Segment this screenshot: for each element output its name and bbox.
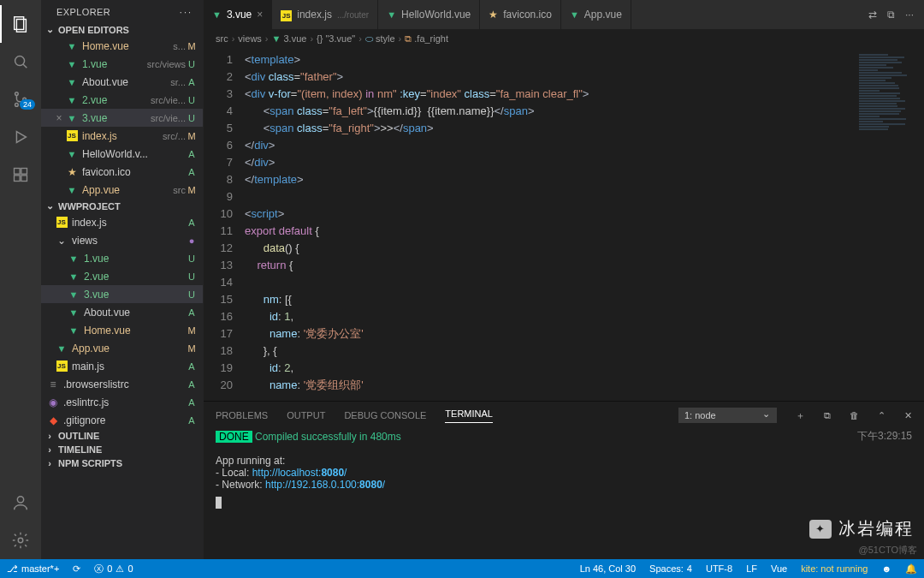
svg-point-2 [15,57,25,66]
editor-area: ▼3.vue×JSindex.js.../router▼HelloWorld.v… [204,0,924,559]
outline-section[interactable]: ›OUTLINE [41,429,203,443]
tree-item[interactable]: ▼App.vueM [41,339,203,357]
tree-item[interactable]: ◆.gitignoreA [41,411,203,429]
breadcrumb-item[interactable]: ⬭ style [365,33,395,45]
open-editor-item[interactable]: ▼App.vuesrcM [41,181,203,199]
open-editor-item[interactable]: ▼2.vuesrc/vie...U [41,91,203,109]
breadcrumb-item[interactable]: src [216,33,228,44]
tree-item[interactable]: ◉.eslintrc.jsA [41,393,203,411]
terminal-select[interactable]: 1: node [678,408,777,423]
tree-item[interactable]: ≡.browserslistrcA [41,375,203,393]
breadcrumb-item[interactable]: {} "3.vue" [317,33,355,44]
svg-rect-10 [15,176,21,182]
minimap[interactable] [854,48,924,401]
open-editor-item[interactable]: ▼Home.vues...M [41,37,203,55]
npm-section[interactable]: ›NPM SCRIPTS [41,456,203,470]
local-url[interactable]: http://localhost:8080/ [252,467,347,479]
extensions-icon[interactable] [0,156,41,194]
panel-tab-debug[interactable]: DEBUG CONSOLE [344,410,426,420]
tree-item[interactable]: ▼2.vueU [41,267,203,285]
search-icon[interactable] [0,43,41,80]
settings-icon[interactable] [0,521,41,559]
maximize-panel-icon[interactable]: ⌃ [878,410,886,421]
tab[interactable]: JSindex.js.../router [272,0,378,29]
tab[interactable]: ▼HelloWorld.vue [378,0,480,29]
js-icon: JS [55,360,68,373]
panel-tab-output[interactable]: OUTPUT [287,410,325,420]
open-editor-item[interactable]: ×▼3.vuesrc/vie...U [41,109,203,127]
open-editor-item[interactable]: JSindex.jssrc/...M [41,127,203,145]
panel: PROBLEMS OUTPUT DEBUG CONSOLE TERMINAL 1… [204,401,924,559]
debug-icon[interactable] [0,118,41,156]
tab[interactable]: ★favicon.ico [480,0,561,29]
status-bell-icon[interactable]: 🔔 [898,563,924,575]
close-icon[interactable]: × [257,9,263,21]
open-editor-item[interactable]: ▼About.vuesr...A [41,73,203,91]
breadcrumb[interactable]: src›views›▼ 3.vue›{} "3.vue"›⬭ style›⧉ .… [204,29,924,48]
terminal-cursor [216,497,222,509]
panel-tab-problems[interactable]: PROBLEMS [216,410,268,420]
status-spaces[interactable]: Spaces:4 [643,563,699,574]
vue-icon: ▼ [212,9,222,21]
status-bar: ⎇master*+ ⟳ ⓧ0⚠0 Ln 46, Col 30 Spaces:4 … [0,559,924,578]
star-icon: ★ [489,9,498,21]
terminal-output[interactable]: 下午3:29:15 DONE Compiled successfully in … [204,429,924,559]
open-editor-item[interactable]: ▼HelloWorld.v...A [41,145,203,163]
vue-icon: ▼ [65,183,79,197]
more-icon[interactable]: ··· [180,7,192,17]
code-editor[interactable]: 1234567891011121314151617181920 <templat… [204,48,924,401]
tree-item[interactable]: ▼3.vueU [41,285,203,303]
breadcrumb-item[interactable]: ▼ 3.vue [272,33,307,44]
tab[interactable]: ▼App.vue [561,0,631,29]
scm-badge: 24 [20,99,35,110]
js-icon: JS [281,9,292,21]
status-feedback-icon[interactable]: ☻ [874,563,898,574]
panel-tab-terminal[interactable]: TERMINAL [445,408,493,423]
panel-tabs: PROBLEMS OUTPUT DEBUG CONSOLE TERMINAL 1… [204,402,924,429]
open-editors-list: ▼Home.vues...M▼1.vuesrc/viewsU▼About.vue… [41,37,203,199]
tree-item[interactable]: ⌄views● [41,231,203,249]
status-sync[interactable]: ⟳ [66,563,87,575]
compare-icon[interactable]: ⇄ [868,9,877,21]
explorer-icon[interactable] [0,5,41,43]
new-terminal-icon[interactable]: ＋ [796,409,805,422]
status-language[interactable]: Vue [764,563,794,574]
svg-line-3 [23,64,27,68]
status-kite[interactable]: kite: not running [794,563,874,574]
svg-point-4 [15,92,19,96]
tab[interactable]: ▼3.vue× [204,0,272,29]
svg-point-12 [17,497,23,503]
js-icon: JS [55,216,68,229]
breadcrumb-item[interactable]: views [238,33,262,44]
timeline-section[interactable]: ›TIMELINE [41,443,203,456]
open-editor-item[interactable]: ★favicon.icoA [41,163,203,181]
open-editor-item[interactable]: ▼1.vuesrc/viewsU [41,55,203,73]
network-url[interactable]: http://192.168.0.100:8080/ [265,479,385,491]
status-problems[interactable]: ⓧ0⚠0 [87,563,139,575]
status-encoding[interactable]: UTF-8 [699,563,739,574]
split-editor-icon[interactable]: ⧉ [887,9,895,21]
tree-item[interactable]: JSmain.jsA [41,357,203,375]
svg-point-5 [15,104,19,107]
tree-item[interactable]: JSindex.jsA [41,213,203,231]
account-icon[interactable] [0,484,41,521]
tree-item[interactable]: ▼Home.vueM [41,321,203,339]
vue-icon: ▼ [570,9,579,21]
tree-item[interactable]: ▼About.vueA [41,303,203,321]
tabs-bar: ▼3.vue×JSindex.js.../router▼HelloWorld.v… [204,0,924,29]
code-content[interactable]: <template><div class="father"><div v-for… [245,48,854,401]
status-eol[interactable]: LF [739,563,764,574]
split-terminal-icon[interactable]: ⧉ [824,410,831,421]
js-icon: JS [65,129,79,143]
done-badge: DONE [216,431,252,443]
open-editors-section[interactable]: ⌄OPEN EDITORS [41,22,203,37]
project-section[interactable]: ⌄WWPROJECT [41,199,203,213]
status-branch[interactable]: ⎇master*+ [0,563,66,575]
breadcrumb-item[interactable]: ⧉ .fa_right [405,33,448,45]
more-actions-icon[interactable]: ··· [905,9,914,21]
tree-item[interactable]: ▼1.vueU [41,249,203,267]
close-panel-icon[interactable]: ✕ [904,410,912,421]
source-control-icon[interactable]: 24 [0,80,41,118]
status-cursor[interactable]: Ln 46, Col 30 [573,563,643,574]
kill-terminal-icon[interactable]: 🗑 [850,410,859,420]
